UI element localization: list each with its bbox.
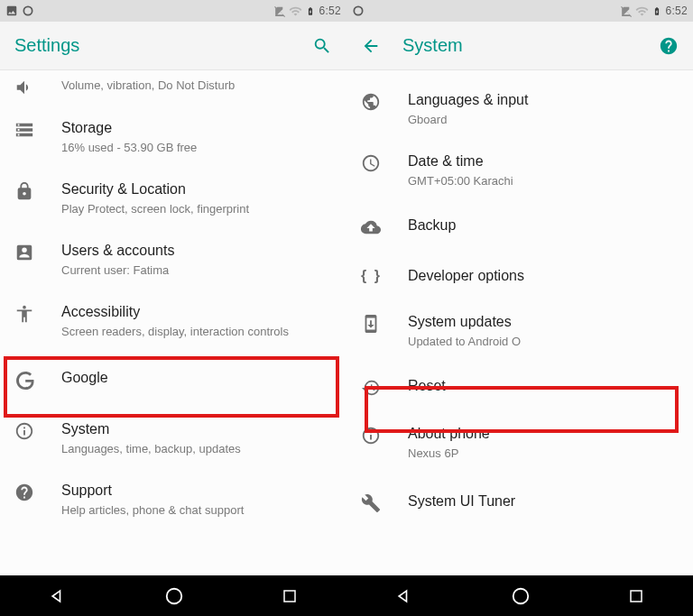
item-secondary: Help articles, phone & chat support [61,502,332,519]
nav-home-icon[interactable] [164,586,184,606]
system-item-reset[interactable]: Reset [346,362,693,412]
system-item-tuner[interactable]: System UI Tuner [346,473,693,531]
status-right: 6:52 [273,5,341,18]
globe-icon [361,90,397,112]
settings-item-accessibility[interactable]: Accessibility Screen readers, display, i… [0,290,346,352]
system-item-updates[interactable]: System updates Updated to Android O [346,300,693,362]
navigation-bar [0,575,693,616]
system-item-backup[interactable]: Backup [346,201,693,252]
svg-rect-5 [631,591,642,602]
settings-item-support[interactable]: Support Help articles, phone & chat supp… [0,469,346,530]
nav-recent-icon[interactable] [628,588,644,604]
system-item-developer[interactable]: { } Developer options [346,252,693,300]
app-bar-settings: Settings [0,22,346,70]
settings-item-sound[interactable]: Volume, vibration, Do Not Disturb [0,70,346,106]
settings-item-system[interactable]: System Languages, time, backup, updates [0,408,346,469]
item-secondary: 16% used - 53.90 GB free [61,140,332,156]
braces-icon: { } [361,266,397,284]
status-left [5,5,34,17]
help-icon[interactable] [659,36,679,56]
settings-item-users[interactable]: Users & accounts Current user: Fatima [0,229,346,290]
svg-point-2 [167,588,182,603]
item-primary: Users & accounts [61,241,332,261]
system-item-languages[interactable]: Languages & input Gboard [346,70,693,140]
back-icon[interactable] [361,36,381,56]
item-secondary: Volume, vibration, Do Not Disturb [61,78,332,94]
settings-list: Volume, vibration, Do Not Disturb Storag… [0,70,346,575]
item-secondary: Screen readers, display, interaction con… [61,324,332,340]
account-box-icon [14,241,51,262]
item-secondary: Gboard [408,112,679,128]
item-primary: Security & Location [61,179,332,199]
item-primary: Reset [408,376,679,396]
svg-point-0 [23,6,32,14]
system-list: Languages & input Gboard Date & time GMT… [346,70,693,575]
settings-item-security[interactable]: Security & Location Play Protect, screen… [0,168,346,229]
status-bar: 6:52 [0,0,346,22]
item-primary: System [61,419,332,439]
settings-item-google[interactable]: Google [0,352,346,408]
item-primary: Accessibility [61,302,332,322]
wifi-icon [635,5,649,18]
svg-point-4 [513,588,529,603]
nav-recent-icon[interactable] [282,588,298,604]
item-primary: Google [61,368,332,388]
wifi-icon [289,5,302,18]
svg-point-1 [354,6,362,14]
info-outline-icon [14,419,51,441]
item-secondary: Current user: Fatima [61,262,332,279]
item-secondary: GMT+05:00 Karachi [408,173,679,189]
screens-row: 6:52 Settings Volume, vibration, Do Not … [0,0,693,575]
system-item-about[interactable]: About phone Nexus 6P [346,412,693,473]
status-time: 6:52 [665,5,688,17]
page-title: Settings [14,35,312,56]
status-left [352,5,365,17]
page-title: System [402,35,659,56]
screen-settings: 6:52 Settings Volume, vibration, Do Not … [0,0,346,575]
status-bar: 6:52 [346,0,693,22]
no-sim-icon [273,5,285,17]
nav-back-icon[interactable] [49,587,67,605]
system-update-icon [361,312,397,334]
item-primary: System UI Tuner [408,492,679,511]
volume-icon [14,76,51,97]
item-primary: About phone [408,424,679,444]
battery-charging-icon [306,5,315,18]
item-primary: Storage [61,118,332,138]
nav-back-icon[interactable] [395,587,413,605]
status-time: 6:52 [319,5,341,17]
restore-icon [361,376,397,398]
item-secondary: Languages, time, backup, updates [61,441,332,457]
svg-rect-3 [284,591,295,602]
clock-icon [361,152,397,173]
help-icon [14,481,51,502]
item-primary: Support [61,481,332,501]
settings-item-storage[interactable]: Storage 16% used - 53.90 GB free [0,106,346,168]
item-primary: Languages & input [408,90,679,110]
item-primary: Developer options [408,266,679,286]
circle-icon [22,5,34,17]
status-right: 6:52 [620,5,688,18]
nav-home-icon[interactable] [511,586,531,606]
item-secondary: Play Protect, screen lock, fingerprint [61,201,332,217]
item-primary: System updates [408,312,679,332]
screen-system: 6:52 System Languages & input Gboard [346,0,693,575]
battery-charging-icon [652,5,661,18]
app-bar-system: System [346,22,693,70]
storage-icon [14,118,51,140]
info-outline-icon [361,424,397,446]
search-icon[interactable] [312,36,332,56]
item-secondary: Nexus 6P [408,446,679,462]
system-item-datetime[interactable]: Date & time GMT+05:00 Karachi [346,140,693,201]
image-icon [5,5,18,17]
cloud-upload-icon [361,216,397,237]
accessibility-icon [14,302,51,324]
item-secondary: Updated to Android O [408,334,679,350]
item-primary: Backup [408,216,679,235]
wrench-icon [361,492,397,513]
item-primary: Date & time [408,152,679,171]
google-icon [14,368,51,391]
lock-icon [14,179,51,201]
no-sim-icon [620,5,632,17]
circle-icon [352,5,365,17]
